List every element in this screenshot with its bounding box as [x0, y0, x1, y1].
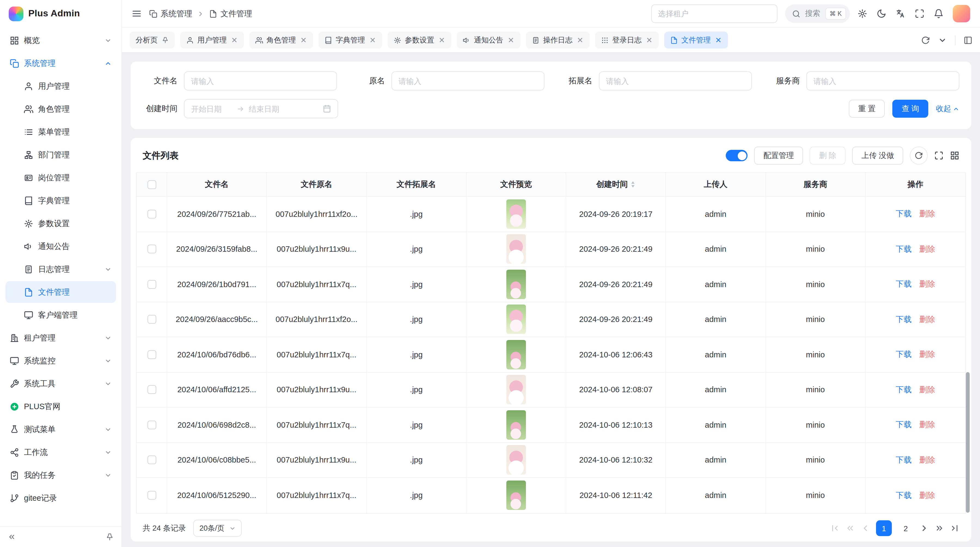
sidebar-item-gitee[interactable]: gitee记录: [5, 487, 116, 509]
query-button[interactable]: 查 询: [892, 100, 928, 118]
sort-ascending-icon[interactable]: [630, 181, 635, 184]
preview-image[interactable]: [506, 234, 526, 264]
select-all-checkbox[interactable]: [147, 180, 156, 189]
moon-icon[interactable]: [877, 9, 886, 19]
sidebar-item-workflow[interactable]: 工作流: [5, 441, 116, 463]
close-icon[interactable]: [369, 37, 376, 44]
config-management-button[interactable]: 配置管理: [754, 147, 803, 164]
chevron-down-icon[interactable]: [938, 36, 947, 45]
tab-login-log[interactable]: 登录日志: [595, 32, 659, 48]
column-settings-icon[interactable]: [950, 151, 959, 160]
close-icon[interactable]: [507, 37, 514, 44]
sidebar-item-users[interactable]: 用户管理: [5, 75, 116, 97]
preview-image[interactable]: [506, 305, 526, 334]
download-link[interactable]: 下载: [896, 349, 912, 360]
preview-image[interactable]: [506, 270, 526, 299]
preview-image[interactable]: [506, 445, 526, 475]
last-page-icon[interactable]: [950, 523, 959, 533]
first-page-icon[interactable]: [830, 523, 840, 533]
tab-dictionary[interactable]: 字典管理: [318, 32, 382, 48]
preview-image[interactable]: [506, 410, 526, 440]
download-link[interactable]: 下载: [896, 314, 912, 325]
fullscreen-icon[interactable]: [934, 151, 943, 160]
preview-image[interactable]: [506, 375, 526, 405]
download-link[interactable]: 下载: [896, 384, 912, 395]
end-date-input[interactable]: [249, 104, 290, 113]
file-name-input[interactable]: [191, 77, 330, 85]
download-link[interactable]: 下载: [896, 455, 912, 465]
fast-next-icon[interactable]: [935, 523, 944, 533]
preview-image[interactable]: [506, 481, 526, 510]
sidebar-item-clients[interactable]: 客户端管理: [5, 304, 116, 326]
upload-button[interactable]: 上传 没做: [852, 147, 903, 164]
page-size-select[interactable]: 20条/页: [194, 520, 242, 537]
start-date-input[interactable]: [191, 104, 232, 113]
tab-parameters[interactable]: 参数设置: [387, 32, 451, 48]
avatar[interactable]: [953, 5, 970, 22]
sidebar-item-roles[interactable]: 角色管理: [5, 98, 116, 120]
gear-icon[interactable]: [858, 9, 867, 19]
refresh-icon[interactable]: [921, 36, 930, 45]
delete-link[interactable]: 删除: [919, 455, 935, 465]
pin-icon[interactable]: [161, 37, 169, 44]
sidebar-item-tenants[interactable]: 租户管理: [5, 327, 116, 349]
sidebar-item-logs[interactable]: 日志管理: [5, 258, 116, 280]
column-created[interactable]: 创建时间: [566, 173, 666, 196]
sidebar-item-tools[interactable]: 系统工具: [5, 373, 116, 394]
breadcrumb-files[interactable]: 文件管理: [209, 8, 252, 19]
sidebar-item-menus[interactable]: 菜单管理: [5, 121, 116, 143]
delete-link[interactable]: 删除: [919, 384, 935, 395]
preview-image[interactable]: [506, 340, 526, 369]
collapse-sidebar-icon[interactable]: [8, 533, 16, 541]
hamburger-menu-icon[interactable]: [132, 9, 142, 19]
toggle-switch[interactable]: [726, 150, 748, 161]
download-link[interactable]: 下载: [896, 244, 912, 254]
close-icon[interactable]: [438, 37, 445, 44]
sidebar-item-dictionary[interactable]: 字典管理: [5, 190, 116, 211]
delete-link[interactable]: 删除: [919, 420, 935, 430]
row-checkbox[interactable]: [147, 456, 156, 464]
download-link[interactable]: 下载: [896, 279, 912, 290]
row-checkbox[interactable]: [147, 245, 156, 254]
next-page-icon[interactable]: [920, 523, 929, 533]
close-icon[interactable]: [646, 37, 652, 44]
tab-notice[interactable]: 通知公告: [457, 32, 520, 48]
tab-roles[interactable]: 角色管理: [249, 32, 313, 48]
row-checkbox[interactable]: [147, 421, 156, 429]
preview-image[interactable]: [506, 199, 526, 229]
download-link[interactable]: 下载: [896, 209, 912, 219]
sort-control[interactable]: [630, 181, 635, 188]
sidebar-item-system-management[interactable]: 系统管理: [5, 52, 116, 74]
translate-icon[interactable]: [896, 9, 905, 19]
download-link[interactable]: 下载: [896, 490, 912, 501]
close-icon[interactable]: [231, 37, 238, 44]
tab-files[interactable]: 文件管理: [664, 32, 728, 48]
delete-link[interactable]: 删除: [919, 244, 935, 254]
tenant-select-input[interactable]: [658, 9, 770, 18]
sidebar-item-overview[interactable]: 概览: [5, 29, 116, 51]
date-range-picker[interactable]: [184, 99, 338, 118]
close-icon[interactable]: [300, 37, 307, 44]
reset-button[interactable]: 重 置: [849, 100, 885, 118]
sidebar-item-departments[interactable]: 部门管理: [5, 144, 116, 166]
fast-prev-icon[interactable]: [846, 523, 855, 533]
sidebar-item-my-tasks[interactable]: 我的任务: [5, 464, 116, 486]
sidebar-item-posts[interactable]: 岗位管理: [5, 167, 116, 188]
sidebar-item-parameters[interactable]: 参数设置: [5, 212, 116, 234]
delete-link[interactable]: 删除: [919, 209, 935, 219]
delete-link[interactable]: 删除: [919, 314, 935, 325]
extension-input[interactable]: [606, 77, 745, 85]
sidebar-item-notice[interactable]: 通知公告: [5, 235, 116, 257]
tab-analysis[interactable]: 分析页: [130, 32, 175, 48]
page-number-2[interactable]: 2: [898, 520, 913, 536]
sidebar-item-files[interactable]: 文件管理: [5, 281, 116, 303]
layout-panel-icon[interactable]: [964, 36, 972, 45]
sidebar-item-plus-website[interactable]: PLUS官网: [5, 395, 116, 417]
provider-input[interactable]: [813, 77, 952, 85]
pin-icon[interactable]: [106, 533, 114, 541]
delete-link[interactable]: 删除: [919, 349, 935, 360]
delete-link[interactable]: 删除: [919, 490, 935, 501]
collapse-filters-link[interactable]: 收起: [936, 104, 959, 113]
logo[interactable]: Plus Admin: [0, 0, 121, 27]
bell-icon[interactable]: [934, 9, 943, 19]
